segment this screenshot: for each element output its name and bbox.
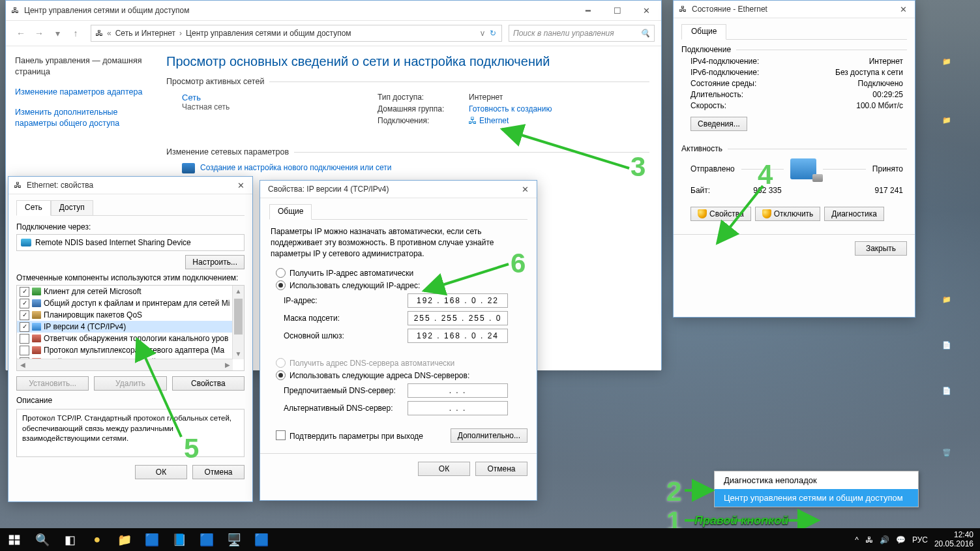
- ipv4-value: Интернет: [869, 57, 903, 66]
- component-row[interactable]: Ответчик обнаружения топологии канальног…: [17, 333, 244, 344]
- connection-group-label: Подключение: [681, 45, 731, 54]
- titlebar[interactable]: 🖧 Состояние - Ethernet ✕: [674, 1, 915, 18]
- homegroup-link[interactable]: Готовность к созданию: [469, 104, 552, 113]
- dns2-input[interactable]: . . .: [408, 401, 508, 415]
- tab-access[interactable]: Доступ: [51, 200, 93, 216]
- remove-button[interactable]: Удалить: [94, 376, 166, 391]
- component-row[interactable]: Общий доступ к файлам и принтерам для се…: [17, 297, 244, 309]
- breadcrumb-part[interactable]: Сеть и Интернет: [114, 29, 177, 38]
- component-checkbox[interactable]: [20, 322, 29, 332]
- refresh-button[interactable]: ↻: [487, 29, 499, 38]
- ok-button[interactable]: ОК: [418, 462, 470, 476]
- titlebar[interactable]: Свойства: IP версии 4 (TCP/IPv4) ✕: [260, 181, 537, 198]
- gateway-input[interactable]: 192 . 168 . 0 . 24: [408, 329, 508, 343]
- ctx-diagnose-item[interactable]: Диагностика неполадок: [715, 471, 918, 489]
- tray-chevron-icon[interactable]: ^: [855, 535, 859, 544]
- sidebar-home-link[interactable]: Панель управления — домашняя страница: [15, 55, 145, 78]
- speed-value: 100.0 Мбит/с: [856, 101, 903, 110]
- diagnose-button[interactable]: Диагностика: [824, 207, 884, 221]
- taskbar-app[interactable]: 🟦: [193, 528, 220, 551]
- component-checkbox[interactable]: [20, 310, 29, 320]
- tray-notifications-icon[interactable]: 💬: [896, 535, 906, 544]
- titlebar[interactable]: 🖧 Центр управления сетями и общим доступ…: [6, 1, 661, 21]
- desktop-icon[interactable]: 📁: [930, 46, 964, 78]
- install-button[interactable]: Установить...: [16, 376, 89, 391]
- breadcrumb-part[interactable]: Центр управления сетями и общим доступом: [185, 29, 353, 38]
- component-checkbox[interactable]: [20, 287, 29, 297]
- ctx-network-center-item[interactable]: Центр управления сетями и общим доступом: [715, 489, 918, 507]
- close-button[interactable]: ✕: [892, 1, 915, 18]
- titlebar[interactable]: 🖧 Ethernet: свойства ✕: [8, 177, 252, 194]
- taskbar-app[interactable]: 🖥️: [220, 528, 248, 551]
- radio-manual-dns[interactable]: Использовать следующие адреса DNS-сервер…: [276, 370, 527, 380]
- close-button[interactable]: ✕: [514, 181, 537, 198]
- component-row[interactable]: Протокол мультиплексора сетевого адаптер…: [17, 344, 244, 356]
- nav-history-button[interactable]: ▾: [49, 25, 66, 42]
- recycle-bin-icon[interactable]: 🗑️: [930, 437, 964, 469]
- desktop-icon[interactable]: 📁: [930, 284, 964, 316]
- ip-address-input[interactable]: 192 . 168 . 0 . 22: [408, 293, 508, 308]
- cancel-button[interactable]: Отмена: [192, 465, 245, 479]
- configure-button[interactable]: Настроить...: [185, 255, 245, 269]
- tray-clock[interactable]: 12:40 20.05.2016: [934, 531, 973, 549]
- minimize-button[interactable]: ━: [573, 1, 602, 20]
- validate-checkbox[interactable]: Подтвердить параметры при выходе: [276, 430, 423, 441]
- component-checkbox[interactable]: [20, 346, 29, 355]
- tab-general[interactable]: Общие: [681, 24, 726, 40]
- subnet-mask-input[interactable]: 255 . 255 . 255 . 0: [408, 311, 508, 325]
- tray-network-icon[interactable]: 🖧: [865, 535, 873, 544]
- disable-button[interactable]: Отключить: [755, 207, 821, 221]
- close-button[interactable]: ✕: [230, 177, 252, 194]
- component-row[interactable]: Клиент для сетей Microsoft: [17, 286, 244, 297]
- taskbar-search-icon[interactable]: 🔍: [29, 528, 56, 551]
- component-properties-button[interactable]: Свойства: [172, 376, 245, 391]
- components-list[interactable]: Клиент для сетей MicrosoftОбщий доступ к…: [16, 285, 245, 371]
- taskbar-app-explorer[interactable]: 📁: [111, 528, 138, 551]
- component-checkbox[interactable]: [20, 299, 29, 308]
- maximize-button[interactable]: ☐: [602, 1, 632, 20]
- radio-auto-ip[interactable]: Получить IP-адрес автоматически: [276, 268, 527, 278]
- sidebar-adapter-link[interactable]: Изменение параметров адаптера: [15, 87, 145, 98]
- new-connection-wizard-link[interactable]: Создание и настройка нового подключения …: [182, 163, 649, 172]
- taskbar-app[interactable]: 🟦: [248, 528, 275, 551]
- connection-ethernet-link[interactable]: 🖧 Ethernet: [469, 116, 509, 125]
- adapter-name-box[interactable]: Remote NDIS based Internet Sharing Devic…: [16, 234, 245, 251]
- component-label: Планировщик пакетов QoS: [44, 310, 142, 320]
- svg-rect-9: [15, 540, 20, 544]
- taskbar-app[interactable]: 📘: [166, 528, 193, 551]
- tray-volume-icon[interactable]: 🔊: [880, 535, 889, 544]
- properties-button[interactable]: Свойства: [690, 207, 751, 221]
- nav-up-button[interactable]: ↑: [67, 25, 84, 42]
- taskbar-app-chrome[interactable]: ●: [83, 528, 111, 551]
- taskbar-app[interactable]: 🟦: [138, 528, 166, 551]
- close-button[interactable]: ✕: [632, 1, 661, 20]
- taskbar-taskview-icon[interactable]: ◧: [56, 528, 83, 551]
- nav-back-button[interactable]: ←: [12, 25, 29, 42]
- tab-general[interactable]: Общие: [269, 204, 312, 220]
- component-row[interactable]: Планировщик пакетов QoS: [17, 309, 244, 321]
- tray-language[interactable]: РУС: [912, 535, 928, 544]
- sidebar-sharing-link[interactable]: Изменить дополнительные параметры общего…: [15, 107, 145, 129]
- component-row[interactable]: IP версии 4 (TCP/IPv4): [17, 321, 244, 333]
- advanced-button[interactable]: Дополнительно...: [451, 428, 527, 443]
- page-heading: Просмотр основных сведений о сети и наст…: [166, 54, 649, 69]
- desktop-icon[interactable]: 📄: [930, 329, 964, 362]
- address-box[interactable]: 🖧 « Сеть и Интернет › Центр управления с…: [91, 25, 502, 42]
- ok-button[interactable]: ОК: [135, 465, 187, 479]
- component-checkbox[interactable]: [20, 334, 29, 344]
- tab-network[interactable]: Сеть: [16, 200, 51, 216]
- start-button[interactable]: [0, 528, 29, 551]
- desktop-icon[interactable]: 📁: [930, 104, 964, 137]
- search-input[interactable]: Поиск в панели управления 🔍: [509, 25, 655, 42]
- cancel-button[interactable]: Отмена: [475, 462, 527, 476]
- horizontal-scrollbar[interactable]: ◀▶: [17, 359, 233, 370]
- desktop-icon[interactable]: 📄: [930, 375, 964, 408]
- vertical-scrollbar[interactable]: ▲▼: [232, 286, 244, 359]
- nav-forward-button[interactable]: →: [31, 25, 48, 42]
- network-name-link[interactable]: Сеть: [182, 93, 378, 102]
- dns1-input[interactable]: . . .: [408, 383, 508, 398]
- details-button[interactable]: Сведения...: [690, 117, 747, 131]
- address-dropdown[interactable]: v: [478, 29, 487, 38]
- radio-manual-ip[interactable]: Использовать следующий IP-адрес:: [276, 280, 527, 290]
- close-button-bottom[interactable]: Закрыть: [855, 241, 907, 256]
